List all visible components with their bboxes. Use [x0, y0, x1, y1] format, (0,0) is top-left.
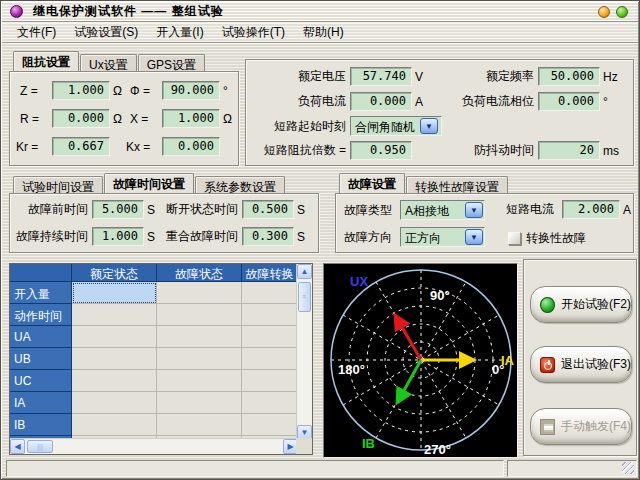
table-cell[interactable]: [157, 392, 242, 414]
load-current-input[interactable]: 0.000: [350, 92, 412, 111]
close-button[interactable]: [616, 6, 628, 18]
scroll-left-icon[interactable]: ◀: [10, 439, 25, 454]
table-cell[interactable]: [157, 414, 242, 436]
col-fault-transfer[interactable]: 故障转换: [242, 264, 298, 282]
col-fault-state[interactable]: 故障状态: [157, 264, 242, 282]
tab-convertible-fault[interactable]: 转换性故障设置: [406, 176, 508, 193]
table-cell[interactable]: [242, 392, 298, 414]
r-unit: Ω: [110, 112, 122, 126]
short-start-combo[interactable]: 合闸角随机 ▼: [350, 116, 442, 136]
table-cell[interactable]: [157, 326, 242, 348]
rated-voltage-input[interactable]: 57.740: [350, 67, 412, 86]
table-cell[interactable]: [72, 392, 157, 414]
fault-panel: 故障类型 A相接地 ▼ 短路电流 2.000 A 故障方向 正方向 ▼ 转换性故…: [335, 193, 634, 253]
row-header-ua: UA: [10, 326, 72, 348]
col-rated-state[interactable]: 额定状态: [72, 264, 157, 282]
table-cell[interactable]: [242, 414, 298, 436]
tab-test-time[interactable]: 试验时间设置: [13, 176, 103, 193]
fault-duration-label: 故障持续时间: [12, 228, 88, 245]
fault-duration-unit: S: [144, 230, 155, 244]
open-state-time-input[interactable]: 0.500: [242, 200, 294, 219]
tab-fault-settings[interactable]: 故障设置: [339, 173, 405, 193]
menu-test-settings[interactable]: 试验设置(S): [65, 22, 147, 43]
table-cell[interactable]: [157, 370, 242, 392]
exit-test-button[interactable]: 退出试验(F3): [530, 346, 632, 383]
table-cell[interactable]: [157, 304, 242, 326]
prefault-time-label: 故障前时间: [12, 201, 88, 218]
app-icon: [10, 5, 23, 18]
manual-trigger-icon: [540, 419, 555, 435]
table-cell[interactable]: [242, 304, 298, 326]
kr-input[interactable]: 0.667: [52, 137, 110, 156]
table-vertical-scrollbar[interactable]: ▲ ≡ ▼: [296, 264, 312, 440]
table-cell[interactable]: [242, 370, 298, 392]
chevron-down-icon[interactable]: ▼: [420, 118, 438, 134]
tab-ux-settings[interactable]: Ux设置: [80, 54, 137, 71]
table-cell[interactable]: [242, 348, 298, 370]
horizontal-scroll-thumb[interactable]: |||: [27, 440, 53, 453]
impedance-mult-input[interactable]: 0.950: [350, 141, 412, 160]
table-cell[interactable]: [72, 414, 157, 436]
r-input[interactable]: 0.000: [52, 109, 110, 128]
window-title: 继电保护测试软件 —— 整组试验: [33, 3, 224, 20]
fault-type-combo[interactable]: A相接地 ▼: [400, 200, 485, 220]
vertical-scroll-thumb[interactable]: ≡: [298, 282, 311, 312]
menu-help[interactable]: 帮助(H): [294, 22, 353, 43]
command-panel: 开始试验(F2) 退出试验(F3) 手动触发(F4): [523, 259, 637, 456]
short-current-input[interactable]: 2.000: [562, 200, 620, 219]
chevron-down-icon[interactable]: ▼: [465, 202, 483, 218]
x-input[interactable]: 1.000: [162, 109, 220, 128]
resize-grip[interactable]: [622, 462, 634, 474]
table-cell[interactable]: [242, 326, 298, 348]
table-cell[interactable]: [72, 370, 157, 392]
ux-label: UX: [350, 274, 368, 289]
minimize-button[interactable]: [598, 6, 610, 18]
deg90-label: 90°: [430, 288, 450, 303]
manual-trigger-button[interactable]: 手动触发(F4): [530, 408, 632, 445]
fault-duration-input[interactable]: 1.000: [92, 227, 144, 246]
rated-freq-input[interactable]: 50.000: [538, 67, 600, 86]
table-cell-selected[interactable]: [72, 282, 157, 304]
row-header-ub: UB: [10, 348, 72, 370]
tab-gps-settings[interactable]: GPS设置: [138, 54, 205, 71]
table-row: UC: [10, 370, 312, 392]
r-label: R =: [20, 112, 52, 126]
title-bar: 继电保护测试软件 —— 整组试验: [2, 2, 638, 22]
reclose-fault-time-input[interactable]: 0.300: [242, 227, 294, 246]
impedance-mult-label: 短路阻抗倍数 =: [250, 142, 346, 159]
chevron-down-icon[interactable]: ▼: [465, 229, 483, 245]
load-current-unit: A: [412, 95, 423, 109]
x-unit: Ω: [220, 112, 232, 126]
convertible-fault-label: 转换性故障: [526, 230, 586, 247]
table-cell[interactable]: [72, 304, 157, 326]
table-horizontal-scrollbar[interactable]: ◀ ||| ▶: [10, 438, 298, 454]
tab-fault-time[interactable]: 故障时间设置: [104, 173, 194, 193]
menu-file[interactable]: 文件(F): [8, 22, 65, 43]
load-phase-input[interactable]: 0.000: [538, 92, 600, 111]
fault-direction-combo[interactable]: 正方向 ▼: [400, 227, 485, 247]
kx-input[interactable]: 0.000: [162, 137, 220, 156]
z-input[interactable]: 1.000: [52, 81, 110, 100]
kx-label: Kx =: [126, 140, 162, 154]
scroll-up-icon[interactable]: ▲: [297, 264, 312, 279]
app-window: 继电保护测试软件 —— 整组试验 文件(F) 试验设置(S) 开入量(I) 试验…: [0, 0, 640, 480]
table-cell[interactable]: [157, 282, 242, 304]
tab-system-params[interactable]: 系统参数设置: [195, 176, 285, 193]
fault-tabs: 故障设置 转换性故障设置: [339, 173, 509, 193]
time-panel: 故障前时间 5.000 S 断开状态时间 0.500 S 故障持续时间 1.00…: [9, 193, 319, 253]
reclose-fault-time-label: 重合故障时间: [158, 228, 238, 245]
tab-impedance-settings[interactable]: 阻抗设置: [13, 51, 79, 71]
table-cell[interactable]: [72, 326, 157, 348]
table-cell[interactable]: [157, 348, 242, 370]
prefault-time-input[interactable]: 5.000: [92, 200, 144, 219]
table-row: UB: [10, 348, 312, 370]
start-test-button[interactable]: 开始试验(F2): [530, 286, 632, 323]
short-current-unit: A: [620, 203, 631, 217]
menu-test-operation[interactable]: 试验操作(T): [213, 22, 294, 43]
phi-input[interactable]: 90.000: [162, 81, 220, 100]
convertible-fault-checkbox[interactable]: [508, 232, 521, 245]
menu-binary-input[interactable]: 开入量(I): [147, 22, 212, 43]
table-cell[interactable]: [242, 282, 298, 304]
anti-shake-input[interactable]: 20: [538, 141, 600, 160]
table-cell[interactable]: [72, 348, 157, 370]
